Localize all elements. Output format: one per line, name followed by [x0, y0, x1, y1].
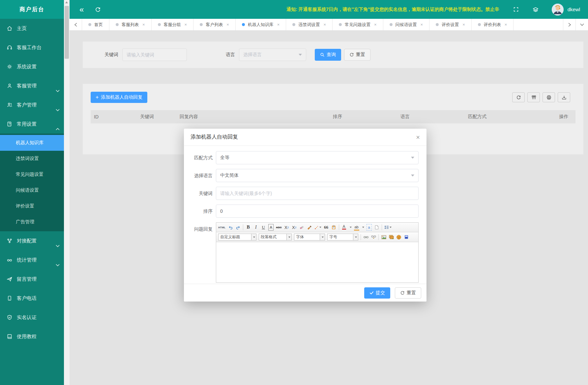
- refresh-icon[interactable]: [95, 7, 101, 13]
- insert-image-icon[interactable]: [381, 234, 386, 241]
- fullscreen-icon[interactable]: [513, 7, 519, 12]
- tabs-menu-icon[interactable]: [575, 19, 588, 30]
- tab-close-icon[interactable]: ×: [142, 22, 145, 27]
- source-code-icon[interactable]: HTML: [218, 224, 225, 231]
- table-columns-icon[interactable]: [527, 92, 540, 102]
- format-eraser-icon[interactable]: [299, 224, 305, 231]
- modal-reset-button[interactable]: 重置: [395, 287, 421, 299]
- submenu-item-ads[interactable]: 广告管理: [0, 214, 64, 230]
- tab-forbidden-words[interactable]: 违禁词设置×: [286, 19, 333, 30]
- italic-icon[interactable]: I: [253, 224, 258, 231]
- tab-close-icon[interactable]: ×: [323, 22, 326, 27]
- tab-agent-list[interactable]: 客服列表×: [109, 19, 152, 30]
- sidebar-item-integration[interactable]: 对接配置: [0, 231, 64, 250]
- tab-close-icon[interactable]: ×: [277, 22, 280, 27]
- tabs-scroll-left-icon[interactable]: [70, 19, 82, 30]
- editor-toolbar-row1: HTML B I U A ABC X2 X2: [216, 223, 418, 232]
- auto-typeset-icon[interactable]: [314, 224, 321, 231]
- modal-language-select[interactable]: 中文简体: [216, 169, 419, 182]
- sidebar-item-agent-management[interactable]: 客服管理: [0, 76, 64, 95]
- tab-label: 问候语设置: [396, 22, 417, 28]
- auto-link-icon[interactable]: a: [367, 224, 372, 231]
- custom-title-select[interactable]: 自定义标题: [218, 234, 256, 241]
- submenu-item-robot-knowledge[interactable]: 机器人知识库: [0, 135, 64, 151]
- modal-sort-input[interactable]: [216, 205, 419, 218]
- sidebar-item-customer-phone[interactable]: 客户电话: [0, 289, 64, 308]
- unlink-icon[interactable]: [371, 234, 376, 241]
- editor-content-area[interactable]: [216, 242, 418, 282]
- submenu-item-greeting[interactable]: 问候语设置: [0, 182, 64, 198]
- sidebar-item-customer-management[interactable]: 客户管理: [0, 95, 64, 114]
- table-print-icon[interactable]: [543, 92, 555, 102]
- sidebar-item-home[interactable]: 主页: [0, 19, 64, 38]
- submit-button[interactable]: 提交: [364, 287, 390, 299]
- sidebar-item-statistics[interactable]: 统计管理: [0, 250, 64, 270]
- sidebar-scrollbar[interactable]: [64, 0, 70, 385]
- match-type-select[interactable]: 全等: [216, 151, 419, 164]
- table-refresh-icon[interactable]: [512, 92, 525, 102]
- undo-icon[interactable]: [228, 224, 233, 231]
- table-export-icon[interactable]: [558, 92, 570, 102]
- collapse-sidebar-icon[interactable]: «: [79, 6, 84, 14]
- tab-close-icon[interactable]: ×: [505, 22, 507, 27]
- text-border-icon[interactable]: A: [268, 224, 274, 231]
- tab-close-icon[interactable]: ×: [374, 22, 377, 27]
- tab-dot: [88, 23, 91, 26]
- tab-greeting[interactable]: 问候语设置×: [383, 19, 430, 30]
- font-size-select[interactable]: 字号: [327, 234, 358, 241]
- tab-rating-list[interactable]: 评价列表×: [472, 19, 514, 30]
- paste-text-icon[interactable]: T: [331, 224, 337, 231]
- superscript-icon[interactable]: X2: [284, 224, 289, 231]
- layers-icon[interactable]: [533, 7, 539, 13]
- tab-close-icon[interactable]: ×: [462, 22, 465, 27]
- keyword-filter-input[interactable]: [122, 48, 187, 61]
- font-color-icon[interactable]: A: [341, 224, 347, 231]
- user-avatar[interactable]: [552, 4, 564, 16]
- modal-keyword-input[interactable]: [216, 187, 419, 200]
- reset-button[interactable]: 重置: [344, 49, 370, 61]
- emoji-icon[interactable]: [396, 234, 401, 241]
- plus-icon: +: [96, 94, 99, 100]
- line-height-icon[interactable]: [384, 224, 392, 231]
- notice-marquee: 通知: 开通客服系统7日内，请在"左下角"提交您的实名信息，逾期未认证的商户将处…: [286, 7, 499, 13]
- blockquote-icon[interactable]: 66: [324, 224, 329, 231]
- insert-link-icon[interactable]: [363, 234, 368, 241]
- tab-close-icon[interactable]: ×: [226, 22, 229, 27]
- submenu-item-faq[interactable]: 常见问题设置: [0, 167, 64, 182]
- tab-customer-list[interactable]: 客户列表×: [193, 19, 236, 30]
- new-page-icon[interactable]: [374, 224, 379, 231]
- search-button[interactable]: 查询: [315, 49, 341, 61]
- sidebar-item-realname-auth[interactable]: 实名认证: [0, 308, 64, 327]
- subscript-icon[interactable]: X2: [292, 224, 297, 231]
- insert-video-icon[interactable]: [404, 234, 409, 241]
- tabs-scroll-right-icon[interactable]: [563, 19, 575, 30]
- submenu-item-forbidden-words[interactable]: 违禁词设置: [0, 151, 64, 167]
- tab-agent-group[interactable]: 客服分组×: [152, 19, 194, 30]
- sidebar-item-common-settings[interactable]: 常用设置: [0, 114, 64, 134]
- format-painter-icon[interactable]: [307, 224, 312, 231]
- underline-icon[interactable]: U: [261, 224, 266, 231]
- modal-close-icon[interactable]: ×: [416, 134, 420, 141]
- insert-multi-image-icon[interactable]: [389, 234, 394, 241]
- tab-home[interactable]: 首页: [82, 19, 109, 30]
- scrollbar-thumb[interactable]: [65, 6, 69, 59]
- submenu-item-rating[interactable]: 评价设置: [0, 198, 64, 214]
- strikethrough-icon[interactable]: ABC: [276, 224, 281, 231]
- redo-icon[interactable]: [235, 224, 241, 231]
- bold-icon[interactable]: B: [246, 224, 251, 231]
- sidebar-item-tutorial[interactable]: 使用教程: [0, 327, 64, 346]
- sidebar-item-system-settings[interactable]: 系统设置: [0, 57, 64, 76]
- add-robot-reply-button[interactable]: + 添加机器人自动回复: [91, 92, 147, 103]
- language-filter-select[interactable]: 选择语言: [239, 48, 306, 61]
- scrollbar-up-arrow[interactable]: [65, 1, 68, 3]
- tab-robot-knowledge[interactable]: 机器人知识库×: [236, 19, 286, 30]
- tab-close-icon[interactable]: ×: [421, 22, 423, 27]
- paragraph-format-select[interactable]: 段落格式: [259, 234, 292, 241]
- sidebar-item-messages[interactable]: 留言管理: [0, 270, 64, 289]
- highlight-color-icon[interactable]: ab: [354, 224, 359, 231]
- font-family-select[interactable]: 字体: [294, 234, 325, 241]
- tab-close-icon[interactable]: ×: [185, 22, 187, 27]
- tab-rating-settings[interactable]: 评价设置×: [429, 19, 472, 30]
- tab-faq[interactable]: 常见问题设置×: [333, 19, 383, 30]
- sidebar-item-workbench[interactable]: 客服工作台: [0, 38, 64, 57]
